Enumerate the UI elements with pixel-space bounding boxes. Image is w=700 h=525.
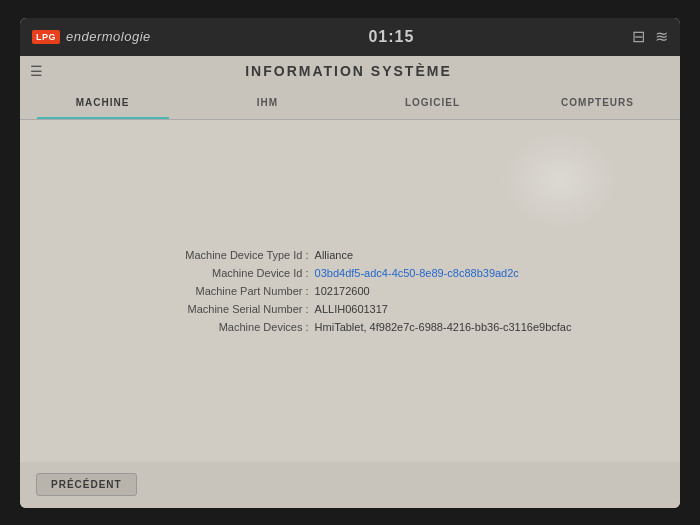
table-row: Machine Device Type Id : Alliance	[129, 249, 572, 261]
header: LPG endermologie 01:15 ⊟ ≋	[20, 18, 680, 56]
display-icon: ⊟	[632, 27, 645, 46]
logo-area: LPG endermologie	[32, 29, 151, 44]
logo-text: endermologie	[66, 29, 151, 44]
info-value: ALLIH0601317	[315, 303, 388, 315]
table-row: Machine Devices : HmiTablet, 4f982e7c-69…	[129, 321, 572, 333]
header-icons: ⊟ ≋	[632, 27, 668, 46]
tab-logiciel[interactable]: LOGICIEL	[350, 86, 515, 119]
wifi-icon: ≋	[655, 27, 668, 46]
info-label: Machine Device Type Id :	[129, 249, 309, 261]
tab-compteurs[interactable]: COMPTEURS	[515, 86, 680, 119]
content-area: Machine Device Type Id : Alliance Machin…	[20, 120, 680, 462]
info-value: HmiTablet, 4f982e7c-6988-4216-bb36-c3116…	[315, 321, 572, 333]
info-label: Machine Devices :	[129, 321, 309, 333]
tab-ihm[interactable]: IHM	[185, 86, 350, 119]
footer: PRÉCÉDENT	[20, 462, 680, 508]
tab-machine[interactable]: MACHINE	[20, 86, 185, 119]
table-row: Machine Serial Number : ALLIH0601317	[129, 303, 572, 315]
menubar: ☰ INFORMATION SYSTÈME	[20, 56, 680, 86]
info-table: Machine Device Type Id : Alliance Machin…	[129, 249, 572, 333]
info-label: Machine Device Id :	[129, 267, 309, 279]
table-row: Machine Device Id : 03bd4df5-adc4-4c50-8…	[129, 267, 572, 279]
info-value: 03bd4df5-adc4-4c50-8e89-c8c88b39ad2c	[315, 267, 519, 279]
info-label: Machine Serial Number :	[129, 303, 309, 315]
header-time: 01:15	[368, 28, 414, 46]
page-title: INFORMATION SYSTÈME	[43, 63, 654, 79]
info-value: 102172600	[315, 285, 370, 297]
table-row: Machine Part Number : 102172600	[129, 285, 572, 297]
hamburger-icon[interactable]: ☰	[30, 63, 43, 79]
tabs: MACHINE IHM LOGICIEL COMPTEURS	[20, 86, 680, 120]
logo-lpg: LPG	[32, 30, 60, 44]
info-value: Alliance	[315, 249, 354, 261]
screen: LPG endermologie 01:15 ⊟ ≋ ☰ INFORMATION…	[20, 18, 680, 508]
prev-button[interactable]: PRÉCÉDENT	[36, 473, 137, 496]
info-label: Machine Part Number :	[129, 285, 309, 297]
